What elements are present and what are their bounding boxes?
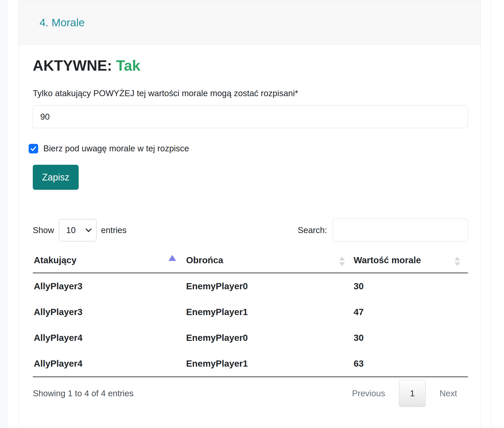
- pagination-page-1[interactable]: 1: [399, 380, 426, 407]
- table-header-row: Atakujący Obrońca Wartość morale: [33, 250, 468, 273]
- cell-morale-value: 30: [353, 325, 468, 351]
- page-length-select[interactable]: 10: [59, 219, 96, 241]
- cell-attacker: AllyPlayer3: [33, 299, 185, 325]
- content-right-border: [491, 0, 491, 428]
- status-value: Tak: [116, 57, 140, 74]
- morale-checkbox[interactable]: [29, 144, 38, 153]
- search-label: Search:: [298, 225, 327, 235]
- status-label: AKTYWNE:: [33, 57, 112, 74]
- cell-attacker: AllyPlayer3: [33, 273, 185, 299]
- panel-header-link[interactable]: 4. Morale: [39, 17, 85, 29]
- sort-ascending-icon: [168, 255, 176, 261]
- entries-label: entries: [101, 225, 127, 235]
- table-info: Showing 1 to 4 of 4 entries: [33, 389, 134, 398]
- search-input[interactable]: [333, 219, 468, 242]
- pagination: Previous 1 Next: [341, 380, 468, 407]
- morale-checkbox-row: Bierz pod uwagę morale w tej rozpisce: [29, 144, 468, 153]
- sort-both-icon: [454, 257, 460, 266]
- cell-morale-value: 47: [353, 299, 468, 325]
- cell-defender: EnemyPlayer1: [185, 299, 352, 325]
- pagination-next[interactable]: Next: [429, 389, 468, 398]
- cell-defender: EnemyPlayer1: [185, 351, 352, 377]
- show-label: Show: [33, 225, 54, 235]
- morale-table: Atakujący Obrońca Wartość morale: [33, 250, 468, 377]
- table-row: AllyPlayer3 EnemyPlayer0 30: [33, 273, 468, 299]
- panel-header: 4. Morale: [19, 1, 480, 45]
- status-heading: AKTYWNE: Tak: [33, 57, 468, 74]
- check-icon: [30, 145, 37, 152]
- cell-defender: EnemyPlayer0: [185, 273, 352, 299]
- save-button[interactable]: Zapisz: [33, 165, 79, 190]
- cell-attacker: AllyPlayer4: [33, 325, 185, 351]
- table-row: AllyPlayer3 EnemyPlayer1 47: [33, 299, 468, 325]
- page-length-select-wrap: 10: [59, 219, 96, 241]
- table-footer: Showing 1 to 4 of 4 entries Previous 1 N…: [33, 380, 468, 407]
- cell-morale-value: 30: [353, 273, 468, 299]
- table-controls: Show 10 entries Search:: [33, 219, 468, 242]
- search-group: Search:: [298, 219, 468, 242]
- panel-body: AKTYWNE: Tak Tylko atakujący POWYŻEJ tej…: [19, 45, 480, 407]
- pagination-previous[interactable]: Previous: [341, 389, 396, 398]
- column-header-defender[interactable]: Obrońca: [185, 250, 352, 273]
- column-header-morale-value[interactable]: Wartość morale: [353, 250, 468, 273]
- cell-attacker: AllyPlayer4: [33, 351, 185, 377]
- morale-threshold-input[interactable]: [33, 105, 468, 128]
- morale-checkbox-label: Bierz pod uwagę morale w tej rozpisce: [43, 144, 189, 153]
- table-row: AllyPlayer4 EnemyPlayer0 30: [33, 325, 468, 351]
- sort-both-icon: [339, 257, 345, 266]
- page-length-group: Show 10 entries: [33, 219, 127, 241]
- table-row: AllyPlayer4 EnemyPlayer1 63: [33, 351, 468, 377]
- morale-panel: 4. Morale AKTYWNE: Tak Tylko atakujący P…: [19, 1, 481, 428]
- morale-threshold-label: Tylko atakujący POWYŻEJ tej wartości mor…: [33, 88, 468, 98]
- cell-defender: EnemyPlayer0: [185, 325, 352, 351]
- cell-morale-value: 63: [353, 351, 468, 377]
- column-header-attacker[interactable]: Atakujący: [33, 250, 185, 273]
- page-left-gutter: [0, 0, 7, 428]
